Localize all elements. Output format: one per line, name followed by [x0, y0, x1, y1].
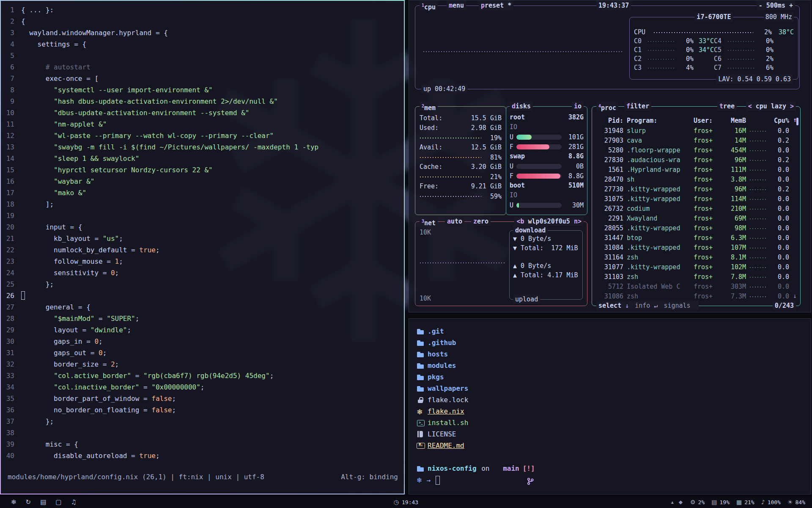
- tray-app-icon[interactable]: ◆: [679, 499, 683, 505]
- code-text: "mako &": [21, 187, 86, 199]
- editor-line[interactable]: 15 "hyprctl setcursor Nordzy-cursors 22 …: [4, 164, 404, 176]
- process-row[interactable]: 5712Isolated Web Cfros+303M0.0: [597, 282, 789, 292]
- editor-line[interactable]: 30 gaps_in = 0;: [4, 336, 404, 347]
- process-row[interactable]: 31084.kitty-wrappedfros+107M0.0: [597, 243, 789, 253]
- process-row[interactable]: 31103zshfros+7.8M0.0: [597, 272, 789, 282]
- nix-launcher-icon[interactable]: ❄: [11, 498, 16, 506]
- editor-window[interactable]: 1{ ... }:2{3 wayland.windowManager.hyprl…: [0, 0, 405, 494]
- file-name: flake.nix: [428, 406, 464, 417]
- shell-input-line[interactable]: ❄ →: [409, 474, 811, 486]
- process-scrollbar[interactable]: [796, 118, 798, 125]
- editor-line[interactable]: 27 general = {: [4, 301, 404, 313]
- process-row[interactable]: 1561.Hyprland-wrapfros+111M0.0: [597, 165, 789, 175]
- io-mode-button[interactable]: io: [572, 102, 584, 111]
- file-name: README.md: [428, 440, 464, 451]
- process-row[interactable]: 27903cavafros+14M0.2: [597, 136, 789, 146]
- line-number: 35: [4, 393, 21, 404]
- cpu-history-graph: [423, 49, 623, 54]
- power-icon[interactable]: ↻: [26, 498, 31, 506]
- disk-usage[interactable]: ▦21%: [736, 499, 754, 505]
- process-row[interactable]: 31447btopfros+6.3M0.0: [597, 233, 789, 243]
- editor-line[interactable]: 18 ];: [4, 199, 404, 210]
- cpu-core: C62%: [714, 55, 794, 64]
- editor-line[interactable]: 12 "wl-paste --primary --watch wl-copy -…: [4, 130, 404, 141]
- editor-line[interactable]: 20 input = {: [4, 221, 404, 233]
- editor-line[interactable]: 9 "hash dbus-update-activation-environme…: [4, 96, 404, 107]
- file-entry: hosts: [417, 348, 811, 360]
- process-row[interactable]: 27730.kitty-wrappedfros+96M0.2: [597, 185, 789, 194]
- preset-button[interactable]: preset *: [479, 1, 513, 10]
- editor-line[interactable]: 22 numlock_by_default = true;: [4, 244, 404, 256]
- editor-line[interactable]: 35 border_part_of_window = false;: [4, 393, 404, 404]
- process-row[interactable]: 31075.kitty-wrappedfros+114M0.0: [597, 194, 789, 204]
- editor-line[interactable]: 23 follow_mouse = 1;: [4, 256, 404, 267]
- process-row[interactable]: 31164zshfros+8.1M0.0: [597, 253, 789, 262]
- display-icon[interactable]: ▢: [55, 498, 61, 506]
- editor-line[interactable]: 32 border_size = 2;: [4, 359, 404, 370]
- process-row[interactable]: 31077.kitty-wrappedfros+102M0.0: [597, 262, 789, 272]
- process-row[interactable]: 26732codiumfros+210M0.0: [597, 204, 789, 214]
- tree-toggle-button[interactable]: tree: [717, 102, 737, 111]
- process-row[interactable]: 2291Xwaylandfros+69M0.0: [597, 214, 789, 224]
- process-row[interactable]: 31086zshfros+7.3M0.0: [597, 292, 789, 301]
- process-row[interactable]: 28470shfros+3.8M0.0: [597, 175, 789, 185]
- tray-arrow-icon[interactable]: ▴: [671, 499, 674, 505]
- volume[interactable]: ♪100%: [761, 499, 781, 505]
- editor-line[interactable]: 4 settings = {: [4, 39, 404, 50]
- terminal-window[interactable]: .git.githubhostsmodulespkgswallpapersfla…: [409, 318, 811, 494]
- editor-line[interactable]: 24 sensitivity = 0;: [4, 267, 404, 279]
- mem-stat: Total:15.5 GiB: [420, 113, 502, 123]
- net-auto-button[interactable]: auto: [445, 217, 464, 226]
- editor-line[interactable]: 6 # autostart: [4, 61, 404, 73]
- waybar-clock[interactable]: ◷ 19:43: [394, 499, 418, 505]
- editor-line[interactable]: 13 "swaybg -m fill -i $(find ~/Pictures/…: [4, 141, 404, 153]
- filter-button[interactable]: filter: [624, 102, 651, 111]
- editor-line[interactable]: 2{: [4, 16, 404, 27]
- editor-line[interactable]: 8 "systemctl --user import-environment &…: [4, 84, 404, 96]
- process-row[interactable]: 27830.audacious-wrafros+96M0.2: [597, 155, 789, 165]
- editor-line[interactable]: 11 "nm-applet &": [4, 119, 404, 130]
- editor-line[interactable]: 26: [4, 290, 404, 301]
- editor-buffer[interactable]: 1{ ... }:2{3 wayland.windowManager.hyprl…: [1, 1, 404, 461]
- net-zero-button[interactable]: zero: [471, 217, 491, 226]
- clipboard-icon[interactable]: ▤: [40, 498, 46, 506]
- cpu-usage[interactable]: ⚙2%: [690, 499, 705, 505]
- editor-line[interactable]: 7 exec-once = [: [4, 73, 404, 84]
- process-row[interactable]: 28055.kitty-wrappedfros+98M0.0: [597, 224, 789, 233]
- editor-line[interactable]: 25 };: [4, 279, 404, 290]
- editor-line[interactable]: 17 "mako &": [4, 187, 404, 199]
- editor-line[interactable]: 40 disable_autoreload = true;: [4, 450, 404, 461]
- editor-line[interactable]: 14 "sleep 1 && swaylock": [4, 153, 404, 164]
- disk-meter-row: F8.8G: [510, 171, 584, 181]
- music-icon[interactable]: ♫: [71, 498, 77, 506]
- refresh-interval-control[interactable]: - 500ms +: [757, 1, 795, 10]
- editor-line[interactable]: 37 };: [4, 416, 404, 427]
- editor-line[interactable]: 39 misc = {: [4, 439, 404, 450]
- editor-line[interactable]: 31 gaps_out = 0;: [4, 347, 404, 359]
- editor-line[interactable]: 29 layout = "dwindle";: [4, 324, 404, 336]
- system-tray[interactable]: ▴◆: [671, 499, 683, 505]
- editor-line[interactable]: 36 no_border_on_floating = false;: [4, 404, 404, 416]
- process-row[interactable]: 31948slurpfros+16M0.0: [597, 126, 789, 136]
- editor-line[interactable]: 33 "col.active_border" = "rgb(cba6f7) rg…: [4, 370, 404, 381]
- brightness[interactable]: ☀84%: [787, 499, 805, 505]
- editor-line[interactable]: 1{ ... }:: [4, 4, 404, 16]
- sort-mode-selector[interactable]: < cpu lazy >: [746, 102, 796, 111]
- disk-name-row: boot510M: [510, 181, 584, 190]
- net-interface-selector[interactable]: <b wlp0s20f0u5 n>: [514, 217, 584, 226]
- memory-usage[interactable]: ▤19%: [711, 499, 730, 505]
- editor-line[interactable]: 3 wayland.windowManager.hyprland = {: [4, 27, 404, 39]
- process-table-header[interactable]: Pid: Program: User: MemB Cpu%: [597, 116, 789, 126]
- editor-line[interactable]: 19: [4, 210, 404, 221]
- editor-line[interactable]: 28 "$mainMod" = "SUPER";: [4, 313, 404, 324]
- scroll-down-arrow[interactable]: ↓: [793, 292, 797, 300]
- editor-line[interactable]: 10 "dbus-update-activation-environment -…: [4, 107, 404, 119]
- btop-window[interactable]: 1cpu menu preset * 19:43:37 - 500ms + i7…: [409, 0, 811, 312]
- editor-line[interactable]: 5: [4, 50, 404, 61]
- editor-line[interactable]: 16 "waybar &": [4, 176, 404, 187]
- process-row[interactable]: 5280.floorp-wrappefros+454M0.0: [597, 146, 789, 155]
- editor-line[interactable]: 34 "col.inactive_border" = "0x00000000";: [4, 381, 404, 393]
- menu-button[interactable]: menu: [447, 1, 466, 10]
- editor-line[interactable]: 38: [4, 427, 404, 439]
- editor-line[interactable]: 21 kb_layout = "us";: [4, 233, 404, 244]
